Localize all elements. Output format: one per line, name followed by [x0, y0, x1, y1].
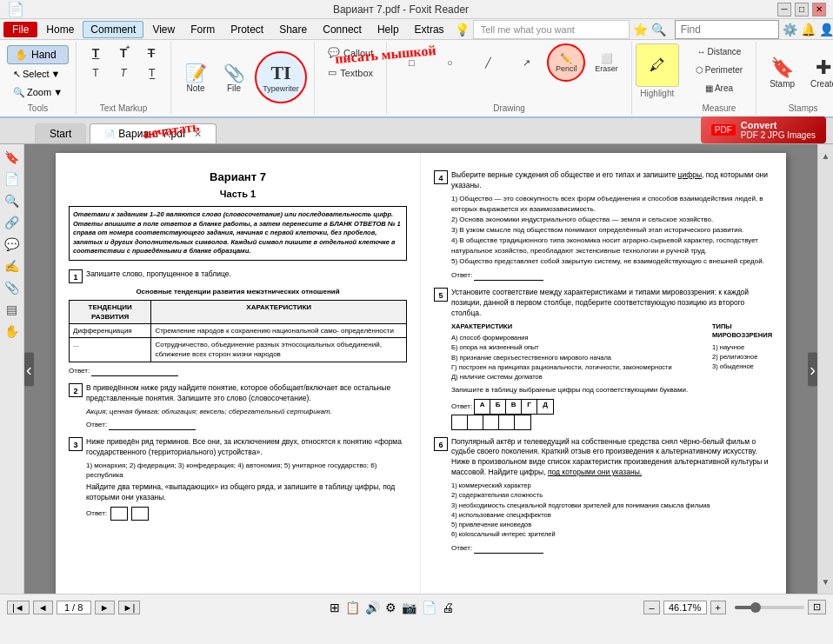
close-button[interactable]: ✕	[812, 3, 826, 17]
tell-me-input[interactable]: Tell me what you want	[473, 20, 630, 39]
right-sidebar: ▲ ▼	[817, 144, 833, 594]
toolbar-icons: ⊞ 📋 🔊 ⚙ 📷 📄 🖨	[330, 601, 454, 614]
window-controls[interactable]: ─ □ ✕	[777, 3, 826, 17]
callout-button[interactable]: 💬 Callout	[322, 43, 379, 62]
distance-icon: ↔	[697, 47, 706, 56]
menu-extras[interactable]: Extras	[408, 22, 451, 37]
prev-page-button[interactable]: ◄	[33, 601, 53, 614]
highlight-button[interactable]: 🖍	[636, 43, 679, 87]
window-title: Вариант 7.pdf - Foxit Reader	[24, 3, 777, 16]
main-area: 🔖 📄 🔍 🔗 💬 ✍ 📎 ▤ ✋ ‹ Вариант 7 Часть 1 От…	[0, 144, 833, 594]
pdf-left-column: Вариант 7 Часть 1 Ответами к заданиям 1–…	[56, 153, 421, 594]
typewriter-button[interactable]: TI Typewriter	[255, 51, 307, 103]
minimize-button[interactable]: ─	[777, 3, 791, 17]
tab-pdf[interactable]: 📄 Вариант 7.pdf ✕	[90, 123, 217, 144]
sidebar: 🔖 📄 🔍 🔗 💬 ✍ 📎 ▤ ✋	[0, 144, 24, 594]
pdf-page: Вариант 7 Часть 1 Ответами к заданиям 1–…	[56, 153, 786, 594]
zoom-input[interactable]	[663, 601, 707, 614]
text-markup-btn-6[interactable]: T̲	[139, 64, 163, 82]
sidebar-icon-search[interactable]: 🔍	[3, 191, 22, 210]
distance-button[interactable]: ↔ Distance	[691, 43, 748, 60]
text-markup-btn-1[interactable]: T	[83, 43, 108, 63]
menu-file[interactable]: File	[3, 22, 37, 37]
menu-connect[interactable]: Connect	[316, 22, 369, 37]
tool-icon-2[interactable]: 📋	[345, 601, 360, 614]
text-markup-btn-5[interactable]: T	[111, 64, 136, 82]
zoom-button[interactable]: 🔍 Zoom ▼	[7, 84, 69, 101]
sidebar-icon-hand2[interactable]: ✋	[3, 322, 22, 341]
question-6: 6 Популярный актёр и телеведущий на собс…	[434, 437, 773, 554]
ribbon-group-stamps: 🔖 Stamp ✚ Create Stamps	[756, 42, 833, 115]
page-number-input[interactable]	[57, 601, 91, 614]
shape-rect-button[interactable]: □	[394, 54, 429, 71]
tab-close-button[interactable]: ✕	[194, 129, 202, 140]
pdf-doc-title: Вариант 7	[69, 170, 407, 183]
tool-icon-6[interactable]: 📄	[422, 601, 436, 614]
menu-protect[interactable]: Protect	[223, 22, 270, 37]
hand-button[interactable]: ✋ Hand	[7, 45, 69, 64]
sidebar-icon-link[interactable]: 🔗	[3, 213, 22, 232]
file-button[interactable]: 📎 File	[217, 59, 251, 96]
text-markup-btn-4[interactable]: T	[83, 64, 108, 82]
create-button[interactable]: ✚ Create	[804, 53, 833, 92]
tool-icon-1[interactable]: ⊞	[330, 601, 340, 614]
menu-form[interactable]: Form	[183, 22, 222, 37]
sidebar-icon-bookmark[interactable]: 🔖	[3, 148, 22, 167]
sidebar-icon-layers[interactable]: ▤	[3, 300, 22, 319]
tool-icon-4[interactable]: ⚙	[385, 601, 397, 614]
stamp-button[interactable]: 🔖 Stamp	[763, 53, 801, 92]
maximize-button[interactable]: □	[795, 3, 809, 17]
perimeter-icon: ⬡	[696, 65, 703, 75]
tool-icon-7[interactable]: 🖨	[442, 601, 454, 614]
shape-circle-button[interactable]: ○	[432, 54, 467, 71]
sidebar-icon-attachment[interactable]: 📎	[3, 278, 22, 297]
text-markup-btn-3[interactable]: T	[139, 43, 163, 63]
zoom-out-button[interactable]: –	[643, 601, 659, 614]
search-input[interactable]	[675, 20, 779, 39]
scroll-up-button[interactable]: ▲	[822, 151, 830, 161]
tool-icon-5[interactable]: 📷	[402, 601, 416, 614]
highlight-icon: 🖍	[650, 56, 665, 75]
textbox-button[interactable]: ▭ Textbox	[322, 63, 379, 82]
dropdown-arrow-zoom-icon: ▼	[53, 87, 63, 97]
fit-page-button[interactable]: ⊡	[808, 600, 826, 614]
eraser-button[interactable]: ⬜ Eraser	[589, 50, 624, 76]
scroll-down-button[interactable]: ▼	[822, 577, 830, 587]
zoom-slider[interactable]	[735, 606, 804, 609]
sidebar-icon-page[interactable]: 📄	[3, 169, 22, 189]
hand-icon: ✋	[15, 49, 28, 61]
zoom-icon: 🔍	[13, 87, 25, 98]
menu-home[interactable]: Home	[39, 22, 81, 37]
stamps-label: Stamps	[789, 103, 818, 113]
perimeter-button[interactable]: ⬡ Perimeter	[690, 62, 749, 78]
area-button[interactable]: ▦ Area	[699, 80, 739, 96]
ribbon-group-text-markup: T T+ T T T T̲ Text Ma	[77, 42, 171, 115]
menu-share[interactable]: Share	[272, 22, 314, 37]
nav-next-page-button[interactable]: ›	[808, 352, 817, 386]
first-page-button[interactable]: |◄	[7, 601, 30, 614]
menu-help[interactable]: Help	[370, 22, 406, 37]
question-1-table: ТЕНДЕНЦИИ РАЗВИТИЯХАРАКТЕРИСТИКИ Диффере…	[69, 300, 407, 362]
note-button[interactable]: 📝 Note	[178, 59, 213, 96]
select-button[interactable]: ↖ Select ▼	[7, 66, 69, 83]
last-page-button[interactable]: ►|	[118, 601, 141, 614]
menu-view[interactable]: View	[145, 22, 182, 37]
convert-banner[interactable]: PDF Convert PDF 2 JPG Images	[701, 116, 826, 143]
tool-icon-3[interactable]: 🔊	[365, 601, 380, 614]
shape-line-button[interactable]: ╱	[470, 54, 505, 72]
menu-comment[interactable]: Comment	[83, 21, 143, 38]
sidebar-icon-sign[interactable]: ✍	[3, 256, 22, 276]
next-page-button[interactable]: ►	[95, 601, 115, 614]
text-markup-btn-2[interactable]: T+	[111, 43, 136, 63]
nav-prev-page-button[interactable]: ‹	[24, 352, 34, 386]
convert-line1: Convert	[741, 120, 816, 130]
shape-arrow-button[interactable]: ↗	[509, 54, 543, 72]
create-icon: ✚	[816, 56, 831, 79]
sidebar-icon-comment[interactable]: 💬	[3, 235, 22, 254]
zoom-in-button[interactable]: +	[710, 601, 726, 614]
pencil-button[interactable]: ✏️ Pencil	[547, 43, 585, 82]
tab-start[interactable]: Start	[35, 123, 86, 143]
document-area[interactable]: Вариант 7 Часть 1 Ответами к заданиям 1–…	[24, 144, 817, 594]
area-icon: ▦	[705, 83, 713, 93]
ribbon-group-typewriter: 📝 Note 📎 File TI Typewriter	[171, 42, 315, 115]
